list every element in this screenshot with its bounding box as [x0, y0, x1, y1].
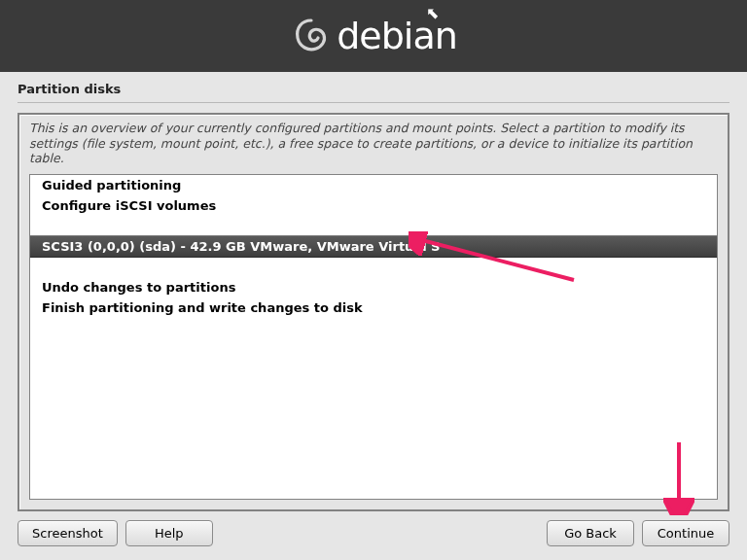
footer-bar: ScreenshotHelp Go BackContinue [0, 520, 747, 546]
list-item[interactable]: Configure iSCSI volumes [30, 195, 717, 216]
page-title: Partition disks [0, 72, 747, 102]
instructions-text: This is an overview of your currently co… [19, 115, 728, 174]
installer-banner: debian ⬉ [0, 0, 747, 72]
list-item[interactable]: Guided partitioning [30, 175, 717, 195]
partition-listbox[interactable]: Guided partitioningConfigure iSCSI volum… [29, 174, 718, 500]
content-frame: This is an overview of your currently co… [18, 113, 729, 511]
goback-button[interactable]: Go Back [547, 520, 634, 546]
list-spacer [30, 216, 717, 235]
separator [18, 102, 729, 103]
list-spacer [30, 258, 717, 277]
list-item[interactable]: SCSI3 (0,0,0) (sda) - 42.9 GB VMware, VM… [29, 235, 718, 258]
screenshot-button[interactable]: Screenshot [18, 520, 118, 546]
debian-swirl-icon [290, 15, 333, 57]
help-button[interactable]: Help [125, 520, 213, 546]
continue-button[interactable]: Continue [642, 520, 729, 546]
list-item[interactable]: Undo changes to partitions [30, 277, 717, 298]
footer-right-group: Go BackContinue [547, 520, 729, 546]
footer-left-group: ScreenshotHelp [18, 520, 213, 546]
list-item[interactable]: Finish partitioning and write changes to… [30, 298, 717, 318]
mouse-cursor-icon: ⬉ [426, 4, 439, 22]
